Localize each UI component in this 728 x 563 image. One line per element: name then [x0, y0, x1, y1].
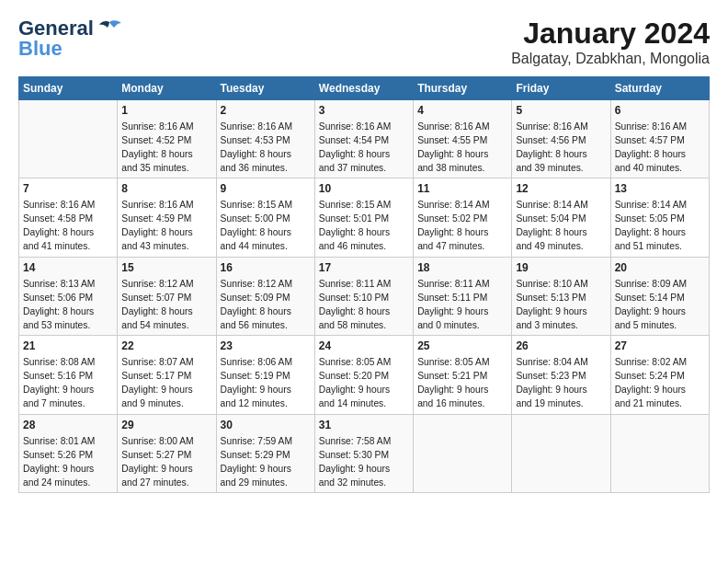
cell-info: Sunrise: 8:04 AMSunset: 5:23 PMDaylight:…	[516, 356, 606, 411]
calendar-cell: 21Sunrise: 8:08 AMSunset: 5:16 PMDayligh…	[19, 336, 118, 414]
col-header-friday: Friday	[512, 77, 610, 100]
calendar-cell	[414, 414, 512, 492]
cell-info: Sunrise: 8:16 AMSunset: 4:52 PMDaylight:…	[121, 121, 211, 176]
calendar-table: SundayMondayTuesdayWednesdayThursdayFrid…	[18, 76, 710, 493]
day-number: 19	[516, 260, 606, 276]
day-number: 27	[615, 339, 705, 354]
cell-info: Sunrise: 8:15 AMSunset: 5:00 PMDaylight:…	[221, 199, 311, 254]
week-row-5: 28Sunrise: 8:01 AMSunset: 5:26 PMDayligh…	[19, 414, 710, 492]
cell-info: Sunrise: 8:16 AMSunset: 4:58 PMDaylight:…	[23, 199, 113, 254]
header-row: SundayMondayTuesdayWednesdayThursdayFrid…	[19, 77, 710, 100]
day-number: 7	[23, 181, 113, 197]
col-header-wednesday: Wednesday	[314, 77, 413, 100]
day-number: 20	[615, 260, 705, 276]
week-row-4: 21Sunrise: 8:08 AMSunset: 5:16 PMDayligh…	[19, 336, 710, 414]
calendar-cell: 19Sunrise: 8:10 AMSunset: 5:13 PMDayligh…	[512, 257, 610, 335]
bird-icon	[96, 18, 123, 39]
week-row-2: 7Sunrise: 8:16 AMSunset: 4:58 PMDaylight…	[19, 178, 710, 257]
calendar-cell: 26Sunrise: 8:04 AMSunset: 5:23 PMDayligh…	[512, 336, 610, 414]
header: General Blue January 2024 Balgatay, Dzab…	[18, 17, 710, 67]
week-row-3: 14Sunrise: 8:13 AMSunset: 5:06 PMDayligh…	[19, 257, 710, 335]
cell-info: Sunrise: 8:16 AMSunset: 4:56 PMDaylight:…	[516, 121, 606, 176]
day-number: 16	[221, 260, 311, 276]
day-number: 9	[221, 181, 311, 197]
day-number: 25	[417, 339, 507, 354]
calendar-cell: 20Sunrise: 8:09 AMSunset: 5:14 PMDayligh…	[610, 257, 709, 335]
cell-info: Sunrise: 8:16 AMSunset: 4:59 PMDaylight:…	[121, 199, 211, 254]
calendar-cell: 17Sunrise: 8:11 AMSunset: 5:10 PMDayligh…	[314, 257, 413, 335]
day-number: 17	[319, 260, 409, 276]
calendar-cell: 15Sunrise: 8:12 AMSunset: 5:07 PMDayligh…	[118, 257, 216, 335]
day-number: 23	[221, 339, 311, 354]
cell-info: Sunrise: 8:16 AMSunset: 4:53 PMDaylight:…	[221, 121, 311, 176]
calendar-cell	[19, 100, 118, 178]
cell-info: Sunrise: 8:05 AMSunset: 5:20 PMDaylight:…	[319, 356, 409, 411]
calendar-cell: 18Sunrise: 8:11 AMSunset: 5:11 PMDayligh…	[414, 257, 512, 335]
calendar-cell: 31Sunrise: 7:58 AMSunset: 5:30 PMDayligh…	[314, 414, 413, 492]
calendar-cell: 10Sunrise: 8:15 AMSunset: 5:01 PMDayligh…	[314, 178, 413, 257]
calendar-cell: 4Sunrise: 8:16 AMSunset: 4:55 PMDaylight…	[414, 100, 512, 178]
day-number: 28	[23, 418, 113, 433]
calendar-cell: 5Sunrise: 8:16 AMSunset: 4:56 PMDaylight…	[512, 100, 610, 178]
cell-info: Sunrise: 8:14 AMSunset: 5:04 PMDaylight:…	[516, 199, 606, 254]
day-number: 1	[121, 103, 211, 119]
calendar-title: January 2024	[511, 17, 710, 51]
day-number: 6	[615, 103, 705, 119]
cell-info: Sunrise: 8:07 AMSunset: 5:17 PMDaylight:…	[121, 356, 211, 411]
calendar-cell	[512, 414, 610, 492]
day-number: 22	[121, 339, 211, 354]
cell-info: Sunrise: 8:08 AMSunset: 5:16 PMDaylight:…	[23, 356, 113, 411]
cell-info: Sunrise: 8:16 AMSunset: 4:57 PMDaylight:…	[615, 121, 705, 176]
calendar-cell: 14Sunrise: 8:13 AMSunset: 5:06 PMDayligh…	[19, 257, 118, 335]
cell-info: Sunrise: 8:06 AMSunset: 5:19 PMDaylight:…	[221, 356, 311, 411]
day-number: 30	[221, 418, 311, 433]
day-number: 14	[23, 260, 113, 276]
day-number: 21	[23, 339, 113, 354]
cell-info: Sunrise: 8:12 AMSunset: 5:07 PMDaylight:…	[121, 278, 211, 333]
week-row-1: 1Sunrise: 8:16 AMSunset: 4:52 PMDaylight…	[19, 100, 710, 178]
title-block: January 2024 Balgatay, Dzabkhan, Mongoli…	[511, 17, 710, 67]
cell-info: Sunrise: 7:58 AMSunset: 5:30 PMDaylight:…	[319, 435, 409, 490]
calendar-cell: 3Sunrise: 8:16 AMSunset: 4:54 PMDaylight…	[314, 100, 413, 178]
calendar-cell: 13Sunrise: 8:14 AMSunset: 5:05 PMDayligh…	[610, 178, 709, 257]
col-header-monday: Monday	[118, 77, 216, 100]
col-header-tuesday: Tuesday	[216, 77, 314, 100]
cell-info: Sunrise: 8:01 AMSunset: 5:26 PMDaylight:…	[23, 435, 113, 490]
col-header-sunday: Sunday	[19, 77, 118, 100]
day-number: 13	[615, 181, 705, 197]
calendar-cell: 7Sunrise: 8:16 AMSunset: 4:58 PMDaylight…	[19, 178, 118, 257]
calendar-cell: 25Sunrise: 8:05 AMSunset: 5:21 PMDayligh…	[414, 336, 512, 414]
cell-info: Sunrise: 7:59 AMSunset: 5:29 PMDaylight:…	[221, 435, 311, 490]
calendar-cell: 23Sunrise: 8:06 AMSunset: 5:19 PMDayligh…	[216, 336, 314, 414]
calendar-cell: 9Sunrise: 8:15 AMSunset: 5:00 PMDaylight…	[216, 178, 314, 257]
cell-info: Sunrise: 8:09 AMSunset: 5:14 PMDaylight:…	[615, 278, 705, 333]
cell-info: Sunrise: 8:02 AMSunset: 5:24 PMDaylight:…	[615, 356, 705, 411]
day-number: 2	[221, 103, 311, 119]
day-number: 3	[319, 103, 409, 119]
day-number: 11	[417, 181, 507, 197]
calendar-subtitle: Balgatay, Dzabkhan, Mongolia	[511, 51, 710, 67]
day-number: 29	[121, 418, 211, 433]
cell-info: Sunrise: 8:14 AMSunset: 5:02 PMDaylight:…	[417, 199, 507, 254]
cell-info: Sunrise: 8:11 AMSunset: 5:10 PMDaylight:…	[319, 278, 409, 333]
cell-info: Sunrise: 8:10 AMSunset: 5:13 PMDaylight:…	[516, 278, 606, 333]
cell-info: Sunrise: 8:00 AMSunset: 5:27 PMDaylight:…	[121, 435, 211, 490]
col-header-saturday: Saturday	[610, 77, 709, 100]
cell-info: Sunrise: 8:15 AMSunset: 5:01 PMDaylight:…	[319, 199, 409, 254]
calendar-cell: 8Sunrise: 8:16 AMSunset: 4:59 PMDaylight…	[118, 178, 216, 257]
cell-info: Sunrise: 8:05 AMSunset: 5:21 PMDaylight:…	[417, 356, 507, 411]
calendar-cell	[610, 414, 709, 492]
day-number: 10	[319, 181, 409, 197]
day-number: 4	[417, 103, 507, 119]
day-number: 8	[121, 181, 211, 197]
calendar-cell: 24Sunrise: 8:05 AMSunset: 5:20 PMDayligh…	[314, 336, 413, 414]
calendar-cell: 22Sunrise: 8:07 AMSunset: 5:17 PMDayligh…	[118, 336, 216, 414]
calendar-cell: 28Sunrise: 8:01 AMSunset: 5:26 PMDayligh…	[19, 414, 118, 492]
calendar-cell: 6Sunrise: 8:16 AMSunset: 4:57 PMDaylight…	[610, 100, 709, 178]
cell-info: Sunrise: 8:13 AMSunset: 5:06 PMDaylight:…	[23, 278, 113, 333]
calendar-cell: 30Sunrise: 7:59 AMSunset: 5:29 PMDayligh…	[216, 414, 314, 492]
cell-info: Sunrise: 8:16 AMSunset: 4:54 PMDaylight:…	[319, 121, 409, 176]
cell-info: Sunrise: 8:11 AMSunset: 5:11 PMDaylight:…	[417, 278, 507, 333]
day-number: 5	[516, 103, 606, 119]
calendar-cell: 2Sunrise: 8:16 AMSunset: 4:53 PMDaylight…	[216, 100, 314, 178]
